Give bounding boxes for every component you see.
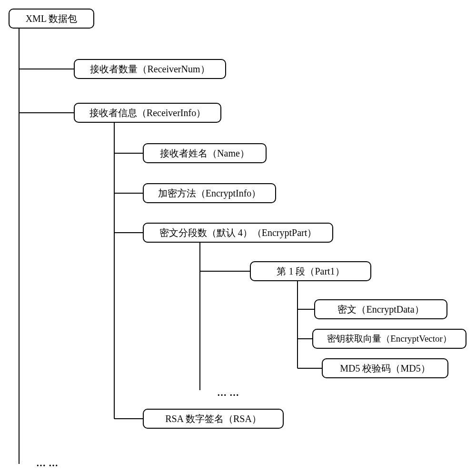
node-label: 接收者信息（ReceiverInfo） [89,107,206,119]
node-label: 接收者数量（ReceiverNum） [90,63,209,76]
node-name: 接收者姓名（Name） [143,143,267,163]
node-part1: 第 1 段（Part1） [250,261,371,281]
node-label: RSA 数字签名（RSA） [165,413,261,425]
ellipsis-root: …… [36,458,61,469]
node-label: 密文（EncryptData） [337,303,424,316]
node-encrypt-data: 密文（EncryptData） [314,299,447,319]
node-label: 第 1 段（Part1） [277,265,344,278]
diagram-canvas: XML 数据包 接收者数量（ReceiverNum） 接收者信息（Receive… [0,0,476,472]
node-encrypt-vector: 密钥获取向量（EncryptVector） [312,329,466,349]
node-label: 接收者姓名（Name） [160,147,249,160]
node-receiver-info: 接收者信息（ReceiverInfo） [74,103,221,123]
ellipsis-parts: …… [217,387,242,398]
node-label: 密文分段数（默认 4）（EncryptPart） [159,226,317,239]
node-encrypt-part: 密文分段数（默认 4）（EncryptPart） [143,223,333,243]
node-encrypt-info: 加密方法（EncryptInfo） [143,183,276,203]
node-rsa: RSA 数字签名（RSA） [143,409,284,429]
node-label: XML 数据包 [26,12,78,25]
node-label: 加密方法（EncryptInfo） [158,187,261,200]
node-receiver-num: 接收者数量（ReceiverNum） [74,59,226,79]
node-label: 密钥获取向量（EncryptVector） [327,333,452,345]
node-md5: MD5 校验码（MD5） [322,358,448,378]
node-xml-root: XML 数据包 [9,9,94,29]
node-label: MD5 校验码（MD5） [340,362,430,375]
